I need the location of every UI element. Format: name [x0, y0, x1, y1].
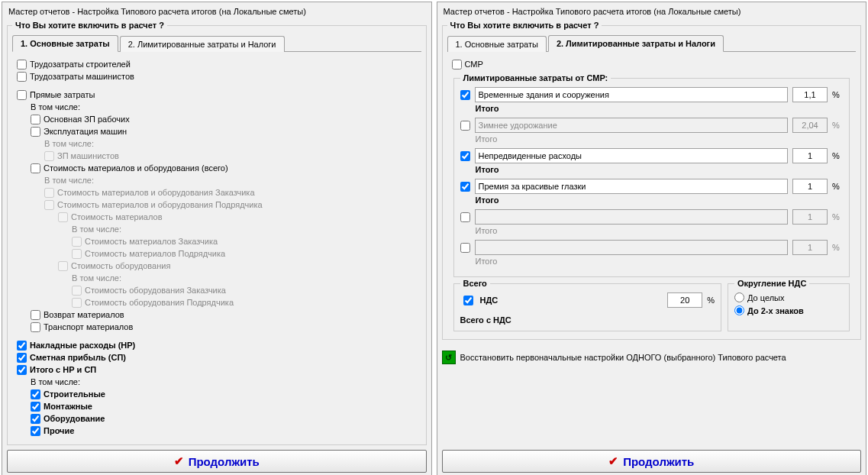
itogo-6: Итого — [476, 257, 844, 266]
chk-cost-equipment-customer — [72, 286, 82, 296]
radio-round-whole[interactable] — [734, 292, 744, 302]
window-title-left: Мастер отчетов - Настройка Типового расч… — [2, 2, 431, 19]
rounding-legend: Округление НДС — [734, 279, 809, 288]
input-lim-desc-5 — [475, 209, 789, 225]
chk-lim-4[interactable] — [460, 182, 470, 192]
lim-row-1: % — [460, 87, 844, 102]
chk-overhead-hr[interactable] — [17, 341, 27, 351]
chk-cost-materials-customer — [72, 237, 82, 247]
radio-round-2dec[interactable] — [734, 305, 744, 315]
input-lim-desc-2 — [475, 118, 789, 133]
tab-body-basic: Трудозатраты строителей Трудозатраты маш… — [12, 52, 421, 440]
chk-lim-1[interactable] — [460, 90, 470, 100]
group-legend: Что Вы хотите включить в расчет ? — [12, 21, 167, 30]
total-with-nds-label: Всего с НДС — [460, 315, 715, 325]
itogo-5: Итого — [476, 226, 844, 235]
chk-cost-equipment — [58, 261, 68, 271]
chk-lim-6[interactable] — [460, 243, 470, 253]
chk-smr[interactable] — [452, 60, 462, 69]
chk-estimated-profit-sp[interactable] — [17, 353, 27, 363]
chk-other[interactable] — [31, 426, 40, 436]
chk-cost-equipment-contractor — [72, 298, 82, 308]
group-rounding: Округление НДС До целых До 2-х знаков — [728, 279, 850, 331]
right-panel: Мастер отчетов - Настройка Типового расч… — [437, 2, 867, 475]
group-limited-from-smr: Лимитированные затраты от СМР: % Итого %… — [453, 73, 850, 277]
bottom-row: Всего НДС % Всего с НДС Округление НДС Д… — [452, 279, 852, 331]
chk-installation[interactable] — [31, 402, 40, 412]
lim-row-3: % — [460, 148, 844, 163]
itogo-4: Итого — [476, 195, 844, 205]
total-legend: Всего — [460, 279, 490, 288]
chk-lim-5[interactable] — [460, 212, 470, 222]
chk-nds[interactable] — [463, 296, 473, 305]
nds-label: НДС — [480, 296, 499, 305]
itogo-1: Итого — [476, 104, 844, 113]
window-title-right: Мастер отчетов - Настройка Типового расч… — [437, 2, 866, 19]
lim-row-2: % — [460, 118, 844, 133]
group-legend-r: Что Вы хотите включить в расчет ? — [447, 21, 602, 30]
chk-total-hr-sp[interactable] — [17, 365, 27, 375]
tabs-left: 1. Основные затраты 2. Лимитированные за… — [12, 34, 421, 52]
tabs-right: 1. Основные затраты 2. Лимитированные за… — [447, 34, 857, 52]
input-lim-desc-4[interactable] — [475, 179, 789, 194]
group-what-include-left: Что Вы хотите включить в расчет ? 1. Осн… — [7, 21, 427, 445]
input-nds-value[interactable] — [667, 292, 702, 308]
chk-return-materials[interactable] — [31, 310, 40, 320]
input-lim-desc-1[interactable] — [475, 87, 789, 102]
input-lim-val-3[interactable] — [792, 148, 828, 163]
chk-labor-builders[interactable] — [17, 60, 27, 69]
restore-icon[interactable]: ↺ — [442, 351, 456, 364]
group-total: Всего НДС % Всего с НДС — [453, 279, 722, 331]
tab-basic-costs[interactable]: 1. Основные затраты — [12, 35, 118, 52]
input-lim-val-4[interactable] — [792, 179, 828, 194]
input-lim-val-2 — [792, 118, 828, 133]
input-lim-val-1[interactable] — [792, 87, 828, 102]
tab-body-limited: СМР Лимитированные затраты от СМР: % Ито… — [447, 52, 857, 334]
continue-button-left[interactable]: ✔ Продолжить — [7, 450, 427, 473]
input-lim-desc-6 — [475, 240, 789, 255]
input-lim-desc-3[interactable] — [475, 148, 789, 163]
left-panel: Мастер отчетов - Настройка Типового расч… — [2, 2, 432, 475]
input-lim-val-6 — [792, 240, 828, 255]
chk-cost-me-customer — [44, 188, 54, 198]
chk-labor-machinists[interactable] — [17, 72, 27, 82]
lim-row-5: % — [460, 209, 844, 225]
itogo-3: Итого — [476, 165, 844, 174]
tab-limited-costs-r[interactable]: 2. Лимитированные затраты и Налоги — [548, 35, 724, 52]
chk-machinist-salary — [44, 151, 54, 161]
check-icon: ✔ — [174, 454, 184, 468]
tab-basic-costs-r[interactable]: 1. Основные затраты — [447, 36, 547, 52]
chk-transport-materials[interactable] — [31, 322, 40, 332]
chk-cost-materials-contractor — [72, 249, 82, 259]
restore-label: Восстановить первоначальные настройки ОД… — [460, 353, 786, 362]
input-lim-val-5 — [792, 209, 828, 225]
chk-cost-me-contractor — [44, 200, 54, 210]
chk-lim-2[interactable] — [460, 121, 470, 131]
chk-lim-3[interactable] — [460, 151, 470, 161]
itogo-2: Итого — [476, 134, 844, 144]
chk-construction[interactable] — [31, 389, 40, 399]
lim-row-4: % — [460, 179, 844, 194]
group-what-include-right: Что Вы хотите включить в расчет ? 1. Осн… — [442, 21, 862, 340]
limited-legend: Лимитированные затраты от СМР: — [460, 73, 611, 82]
chk-machine-operation[interactable] — [31, 127, 40, 137]
chk-cost-materials — [58, 212, 68, 222]
lim-row-6: % — [460, 240, 844, 255]
chk-base-salary[interactable] — [31, 115, 40, 124]
check-icon: ✔ — [608, 454, 618, 468]
chk-direct-costs[interactable] — [17, 90, 27, 100]
chk-equipment-cat[interactable] — [31, 414, 40, 424]
tab-limited-costs[interactable]: 2. Лимитированные затраты и Налоги — [120, 36, 285, 52]
continue-button-right[interactable]: ✔ Продолжить — [442, 450, 862, 473]
restore-row: ↺ Восстановить первоначальные настройки … — [442, 351, 862, 364]
chk-materials-equip-total[interactable] — [31, 163, 40, 173]
